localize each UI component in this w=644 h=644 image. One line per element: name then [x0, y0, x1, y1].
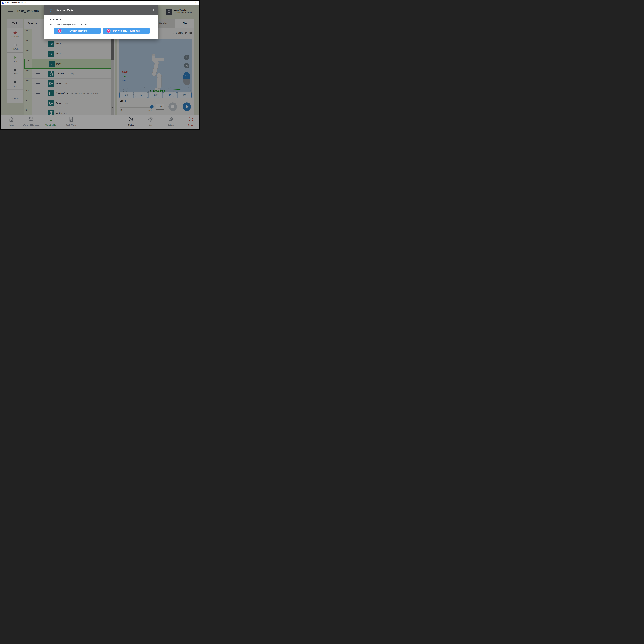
- play-from-line-button[interactable]: 4 Play from MoveJ (Line 007): [103, 28, 150, 34]
- step-run-icon: [49, 8, 53, 12]
- close-icon: ✕: [194, 2, 196, 4]
- play-from-beginning-button[interactable]: 5 Play from beginning: [54, 28, 101, 34]
- minimize-icon: [181, 3, 182, 3]
- title-bar: D DART-Platform GV02110200 ✕: [1, 1, 199, 5]
- tutorial-badge-5: 5: [58, 29, 62, 33]
- screen: D DART-Platform GV02110200 ✕ Task_StepRu…: [0, 0, 200, 130]
- dialog-heading: Step Run: [50, 18, 61, 21]
- close-window-button[interactable]: ✕: [193, 1, 197, 4]
- dialog-close-button[interactable]: ✕: [150, 8, 155, 12]
- dialog-subtitle: Select the line which you want to start …: [50, 23, 87, 26]
- dialog-title: Step Run Mode: [56, 9, 73, 11]
- window-title: DART-Platform GV02110200: [5, 2, 26, 4]
- minimize-button[interactable]: [179, 1, 183, 4]
- maximize-button[interactable]: [186, 1, 190, 4]
- tutorial-badge-4: 4: [107, 29, 111, 33]
- step-run-mode-dialog: Step Run Mode ✕ Step Run Select the line…: [44, 5, 158, 39]
- app-area: Task_StepRun Auto Standby 2024.04.25 1:1…: [1, 5, 199, 129]
- dialog-header: Step Run Mode ✕: [44, 5, 158, 15]
- app-logo-icon: D: [2, 2, 4, 4]
- maximize-icon: [188, 2, 189, 4]
